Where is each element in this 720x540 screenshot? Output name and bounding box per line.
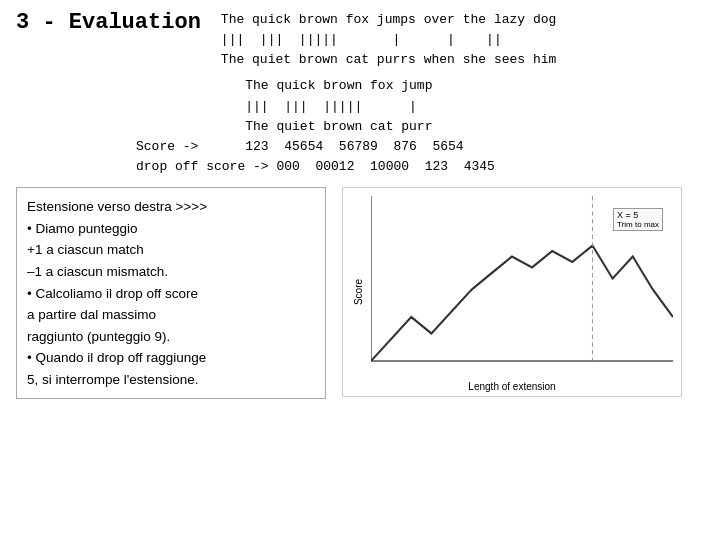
desc-line3: +1 a ciascun match	[27, 239, 315, 261]
desc-line7: raggiunto (punteggio 9).	[27, 326, 315, 348]
header-row: 3 - Evaluation The quick brown fox jumps…	[16, 10, 704, 70]
chart-y-label: Score	[353, 279, 364, 305]
desc-line1: Estensione verso destra >>>>	[27, 196, 315, 218]
desc-line8: • Quando il drop off raggiunge	[27, 347, 315, 369]
desc-line6: a partire dal massimo	[27, 304, 315, 326]
desc-line4: –1 a ciascun mismatch.	[27, 261, 315, 283]
description-box: Estensione verso destra >>>> • Diamo pun…	[16, 187, 326, 399]
trim-x-label: X = 5	[617, 210, 659, 220]
desc-line9: 5, si interrompe l'estensione.	[27, 369, 315, 391]
trim-to-max-label: X = 5 Trim to max	[613, 208, 663, 231]
middle-section: The quick brown fox jump ||| ||| ||||| |…	[136, 76, 704, 177]
chart-x-label: Length of extension	[468, 381, 555, 392]
desc-line2: • Diamo punteggio	[27, 218, 315, 240]
page-title: 3 - Evaluation	[16, 10, 201, 36]
trim-desc: Trim to max	[617, 220, 659, 229]
chart-inner: X = 5 Trim to max	[371, 196, 673, 372]
bottom-section: Estensione verso destra >>>> • Diamo pun…	[16, 187, 704, 399]
page: 3 - Evaluation The quick brown fox jumps…	[0, 0, 720, 540]
desc-line5: • Calcoliamo il drop off score	[27, 283, 315, 305]
header-text: The quick brown fox jumps over the lazy …	[221, 10, 556, 70]
middle-text: The quick brown fox jump ||| ||| ||||| |…	[136, 76, 495, 177]
chart-area: Score X = 5 Trim to max Length of exte	[342, 187, 682, 397]
